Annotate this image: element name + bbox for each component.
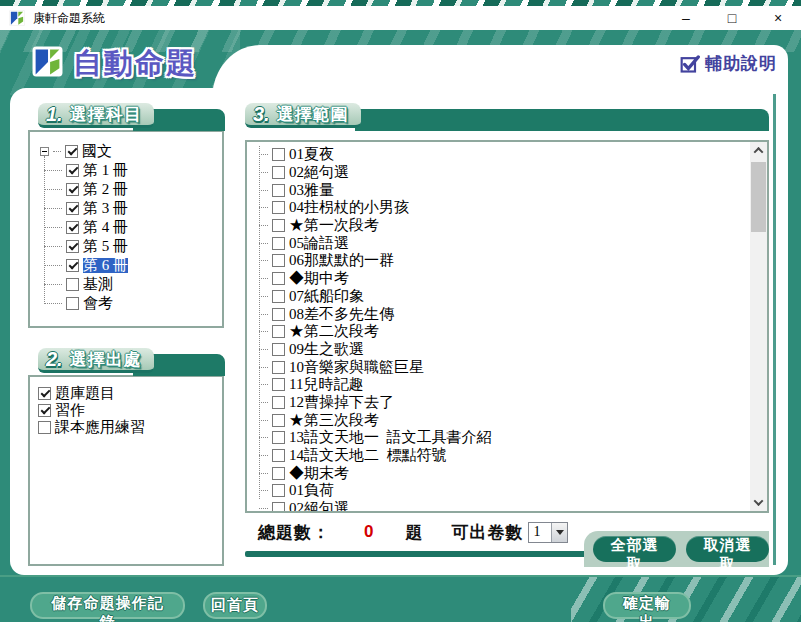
tree-connector-line	[259, 367, 268, 368]
checkbox-unchecked[interactable]	[272, 290, 285, 303]
tree-connector-line	[44, 208, 62, 209]
item-label: 01負荷	[289, 483, 334, 498]
source-item[interactable]: 習作	[38, 402, 222, 419]
checkbox-unchecked[interactable]	[272, 343, 285, 356]
checkbox-unchecked[interactable]	[272, 237, 285, 250]
checkbox-checked[interactable]	[66, 221, 79, 234]
scope-list-item[interactable]: 06那默默的一群	[259, 252, 750, 270]
tree-item[interactable]: 第 4 冊	[44, 218, 222, 237]
checkbox-unchecked[interactable]	[272, 254, 285, 267]
checkbox-checked[interactable]	[38, 404, 51, 417]
checkbox-unchecked[interactable]	[272, 414, 285, 427]
item-label: 12曹操掉下去了	[289, 395, 394, 410]
scope-list-item[interactable]: 02絕句選	[259, 500, 750, 511]
checkbox-unchecked[interactable]	[272, 431, 285, 444]
item-label: 會考	[83, 296, 113, 311]
checkbox-unchecked[interactable]	[272, 219, 285, 232]
scroll-up-button[interactable]	[750, 142, 767, 159]
checkbox-checked[interactable]	[65, 145, 78, 158]
checkbox-checked[interactable]	[66, 240, 79, 253]
save-record-button[interactable]: 儲存命題操作記錄	[30, 592, 185, 619]
tree-expander-minus[interactable]	[40, 147, 49, 156]
scroll-down-button[interactable]	[750, 494, 767, 511]
help-link[interactable]: 輔助說明	[680, 52, 777, 75]
item-label: 國文	[82, 144, 112, 159]
scope-list-item[interactable]: 09生之歌選	[259, 341, 750, 359]
tree-item[interactable]: 第 2 冊	[44, 180, 222, 199]
source-item[interactable]: 題庫題目	[38, 385, 222, 402]
scrollbar[interactable]	[750, 142, 767, 511]
checkbox-checked[interactable]	[66, 202, 79, 215]
close-button[interactable]: ×	[755, 6, 801, 30]
scope-list-item[interactable]: ◆期末考	[259, 464, 750, 482]
checkbox-unchecked[interactable]	[38, 421, 51, 434]
checkbox-unchecked[interactable]	[272, 272, 285, 285]
confirm-output-button[interactable]: 確定輸出	[603, 592, 691, 619]
tree-connector-line	[259, 154, 268, 155]
maximize-button[interactable]: □	[709, 6, 755, 30]
scope-list-item[interactable]: 08差不多先生傳	[259, 305, 750, 323]
scope-list-item[interactable]: ◆期中考	[259, 270, 750, 288]
tree-children: 第 1 冊第 2 冊第 3 冊第 4 冊第 5 冊第 6 冊基測會考	[40, 161, 222, 313]
tree-item[interactable]: 基測	[44, 275, 222, 294]
deselect-all-button[interactable]: 取消選取	[686, 536, 769, 562]
checkbox-unchecked[interactable]	[272, 166, 285, 179]
checkbox-unchecked[interactable]	[272, 184, 285, 197]
select-buttons-strip: 全部選取 取消選取	[584, 531, 769, 567]
checkbox-unchecked[interactable]	[272, 325, 285, 338]
tree-item-root[interactable]: 國文	[40, 142, 222, 161]
checkbox-unchecked[interactable]	[272, 201, 285, 214]
paper-count-dropdown[interactable]: 1	[528, 522, 568, 543]
scrollbar-thumb[interactable]	[751, 162, 766, 232]
checkbox-unchecked[interactable]	[272, 396, 285, 409]
checkbox-checked[interactable]	[66, 183, 79, 196]
tree-item[interactable]: 第 6 冊	[44, 256, 222, 275]
scope-list-item[interactable]: 01負荷	[259, 482, 750, 500]
tree-item[interactable]: 第 5 冊	[44, 237, 222, 256]
tree-item[interactable]: 第 3 冊	[44, 199, 222, 218]
scope-list-item[interactable]: 02絕句選	[259, 164, 750, 182]
checkbox-unchecked[interactable]	[272, 361, 285, 374]
checkbox-unchecked[interactable]	[272, 484, 285, 497]
checkbox-checked[interactable]	[38, 387, 51, 400]
scope-list-item[interactable]: ★第三次段考	[259, 411, 750, 429]
window-title: 康軒命題系統	[33, 10, 663, 27]
scope-list-item[interactable]: 10音樂家與職籃巨星	[259, 358, 750, 376]
minimize-button[interactable]: –	[663, 6, 709, 30]
source-item[interactable]: 課本應用練習	[38, 419, 222, 436]
checkbox-unchecked[interactable]	[272, 449, 285, 462]
tree-item[interactable]: 會考	[44, 294, 222, 313]
checkbox-unchecked[interactable]	[272, 148, 285, 161]
scope-list-item[interactable]: 11兒時記趣	[259, 376, 750, 394]
tree-item[interactable]: 第 1 冊	[44, 161, 222, 180]
scope-list-item[interactable]: 01夏夜	[259, 146, 750, 164]
checkbox-unchecked[interactable]	[272, 378, 285, 391]
dropdown-button[interactable]	[551, 523, 567, 542]
scope-list-item[interactable]: 07紙船印象	[259, 288, 750, 306]
checkbox-unchecked[interactable]	[272, 502, 285, 511]
tree-connector-line	[53, 151, 61, 152]
checkbox-unchecked[interactable]	[66, 278, 79, 291]
scope-list-item[interactable]: 04拄枴杖的小男孩	[259, 199, 750, 217]
checkbox-unchecked[interactable]	[66, 297, 79, 310]
select-all-button[interactable]: 全部選取	[593, 536, 676, 562]
checkbox-unchecked[interactable]	[272, 467, 285, 480]
scope-list-item[interactable]: 03雅量	[259, 181, 750, 199]
checkbox-checked[interactable]	[66, 164, 79, 177]
checkbox-unchecked[interactable]	[272, 308, 285, 321]
scope-list-item[interactable]: 12曹操掉下去了	[259, 394, 750, 412]
checkbox-checked[interactable]	[66, 259, 79, 272]
scope-list-item[interactable]: 05論語選	[259, 234, 750, 252]
section-title: 選擇出處	[70, 348, 142, 371]
item-label: 03雅量	[289, 183, 334, 198]
tree-connector-line	[259, 349, 268, 350]
scope-list-item[interactable]: ★第一次段考	[259, 217, 750, 235]
subject-box: 國文第 1 冊第 2 冊第 3 冊第 4 冊第 5 冊第 6 冊基測會考	[28, 130, 224, 328]
tree-connector-line	[259, 207, 268, 208]
item-label: 第 5 冊	[83, 239, 128, 254]
scope-list-item[interactable]: 14語文天地二 標點符號	[259, 447, 750, 465]
scope-list-item[interactable]: 13語文天地一 語文工具書介紹	[259, 429, 750, 447]
chevron-up-icon	[754, 147, 764, 157]
scope-list-item[interactable]: ★第二次段考	[259, 323, 750, 341]
home-button[interactable]: 回首頁	[203, 592, 267, 619]
